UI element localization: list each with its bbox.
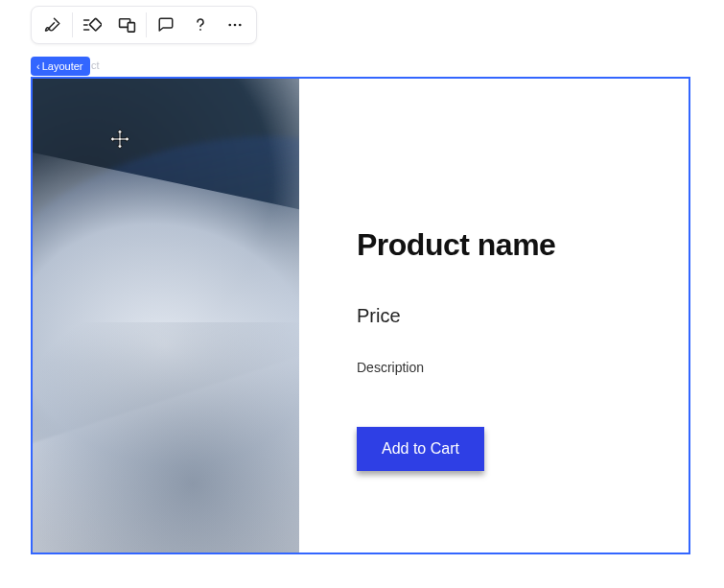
hint-text: ct	[91, 59, 100, 71]
help-button[interactable]	[183, 9, 218, 41]
devices-button[interactable]	[109, 9, 144, 41]
comment-icon	[157, 16, 175, 34]
product-price[interactable]: Price	[357, 305, 650, 327]
abstract-shape	[33, 322, 299, 553]
help-icon	[192, 16, 209, 34]
svg-point-6	[199, 29, 201, 31]
layouter-badge[interactable]: ‹ Layouter	[31, 57, 90, 76]
product-image-panel[interactable]	[33, 79, 299, 553]
product-title[interactable]: Product name	[357, 227, 650, 263]
toolbar-separator	[146, 12, 147, 37]
add-to-cart-button[interactable]: Add to Cart	[357, 427, 484, 471]
svg-point-9	[239, 24, 242, 27]
devices-icon	[118, 16, 136, 34]
more-icon	[226, 16, 244, 34]
svg-point-7	[228, 24, 231, 27]
layouter-badge-label: Layouter	[42, 60, 83, 72]
product-description[interactable]: Description	[357, 360, 650, 375]
product-info-panel: Product name Price Description Add to Ca…	[299, 79, 689, 553]
comment-button[interactable]	[149, 9, 183, 41]
more-button[interactable]	[218, 9, 252, 41]
chevron-left-icon: ‹	[36, 61, 40, 72]
toolbar-separator	[72, 12, 73, 37]
align-icon	[82, 16, 102, 34]
align-button[interactable]	[75, 9, 109, 41]
svg-rect-5	[128, 23, 134, 33]
selected-frame[interactable]: Product name Price Description Add to Ca…	[31, 77, 690, 554]
brush-button[interactable]	[35, 9, 70, 41]
svg-point-8	[234, 24, 237, 27]
editor-toolbar	[31, 6, 257, 44]
brush-icon	[44, 16, 61, 34]
svg-rect-3	[89, 18, 102, 31]
